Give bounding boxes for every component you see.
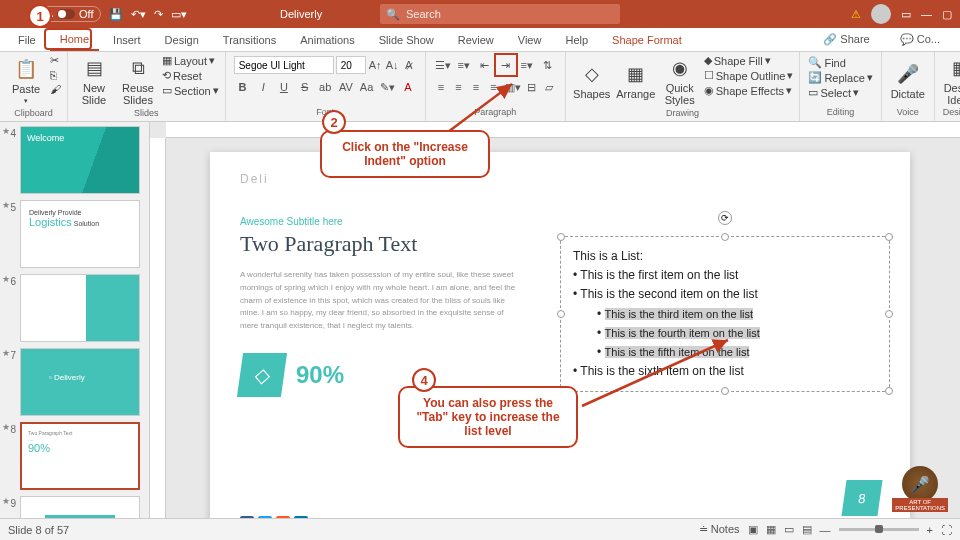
align-right-button[interactable]: ≡ (469, 78, 484, 96)
increase-font-icon[interactable]: A↑ (368, 56, 383, 74)
align-center-button[interactable]: ≡ (451, 78, 466, 96)
italic-button[interactable]: I (254, 78, 272, 96)
slide-thumbnails-panel[interactable]: 4★Welcome 5★Deliverly ProvideLogistics S… (0, 122, 150, 518)
notes-button[interactable]: ≐ Notes (699, 523, 740, 536)
text-direction-button[interactable]: ⇅ (539, 56, 557, 74)
search-box[interactable]: 🔍 Search (380, 4, 620, 24)
view-reading-icon[interactable]: ▭ (784, 523, 794, 536)
list-item[interactable]: This is the sixth item on the list (573, 362, 877, 381)
share-button[interactable]: 🔗 Share (813, 29, 879, 50)
tab-file[interactable]: File (8, 30, 46, 50)
shape-fill-button[interactable]: ◆ Shape Fill▾ (704, 54, 794, 67)
paste-button[interactable]: 📋Paste▾ (6, 54, 46, 108)
quick-styles-button[interactable]: ◉Quick Styles (660, 54, 700, 108)
tab-shape-format[interactable]: Shape Format (602, 30, 692, 50)
reuse-slides-button[interactable]: ⧉Reuse Slides (118, 54, 158, 108)
group-paragraph: ☰▾ ≡▾ ⇤ ⇥ ≡▾ ⇅ ≡ ≡ ≡ ≡ ▥▾ ⊟ ▱ Paragraph (426, 52, 566, 121)
format-painter-icon[interactable]: 🖌 (50, 83, 61, 95)
align-text-button[interactable]: ⊟ (525, 78, 540, 96)
underline-button[interactable]: U (275, 78, 293, 96)
thumb-5[interactable]: Deliverly ProvideLogistics Solution (20, 200, 140, 268)
increase-indent-button[interactable]: ⇥ (497, 56, 515, 74)
smartart-button[interactable]: ▱ (542, 78, 557, 96)
undo-icon[interactable]: ↶▾ (131, 8, 146, 21)
ribbon-options-icon[interactable]: ▭ (901, 8, 911, 21)
clear-format-icon[interactable]: A̷ (402, 56, 417, 74)
tab-help[interactable]: Help (555, 30, 598, 50)
shapes-button[interactable]: ◇Shapes (572, 54, 612, 108)
save-icon[interactable]: 💾 (109, 8, 123, 21)
numbering-button[interactable]: ≡▾ (455, 56, 473, 74)
font-name-input[interactable] (234, 56, 334, 74)
thumb-4[interactable]: Welcome (20, 126, 140, 194)
user-avatar[interactable] (871, 4, 891, 24)
annotation-badge-2: 2 (322, 110, 346, 134)
slide-canvas[interactable]: Deli Awesome Subtitle here Two Paragraph… (150, 122, 960, 518)
shadow-button[interactable]: ab (316, 78, 334, 96)
highlight-button[interactable]: ✎▾ (378, 78, 396, 96)
shape-effects-button[interactable]: ◉ Shape Effects▾ (704, 84, 794, 97)
dictate-button[interactable]: 🎤Dictate (888, 54, 928, 107)
bold-button[interactable]: B (234, 78, 252, 96)
tab-design[interactable]: Design (155, 30, 209, 50)
thumb-8[interactable]: Two Paragraph Text....90% (20, 422, 140, 490)
thumb-6[interactable] (20, 274, 140, 342)
list-text-box[interactable]: ⟳ This is a List: This is the first item… (560, 236, 890, 392)
columns-button[interactable]: ▥▾ (504, 78, 522, 96)
tab-view[interactable]: View (508, 30, 552, 50)
design-ideas-button[interactable]: ▦Design Ideas (941, 54, 960, 107)
tab-transitions[interactable]: Transitions (213, 30, 286, 50)
decrease-font-icon[interactable]: A↓ (385, 56, 400, 74)
thumb-9[interactable] (20, 496, 140, 518)
warning-icon[interactable]: ⚠ (851, 8, 861, 21)
close-icon[interactable]: ▢ (942, 8, 952, 21)
list-item[interactable]: This is the first item on the list (573, 266, 877, 285)
tab-home[interactable]: Home (50, 29, 99, 51)
cut-icon[interactable]: ✂ (50, 54, 61, 67)
new-slide-button[interactable]: ▤New Slide (74, 54, 114, 108)
ruler-vertical (150, 138, 166, 518)
group-editing: 🔍 Find 🔄 Replace▾ ▭ Select▾ Editing (800, 52, 881, 121)
comments-button[interactable]: 💬 Co... (890, 29, 950, 50)
zoom-slider[interactable] (839, 528, 919, 531)
view-slideshow-icon[interactable]: ▤ (802, 523, 812, 536)
fit-icon[interactable]: ⛶ (941, 524, 952, 536)
font-color-button[interactable]: A (399, 78, 417, 96)
list-item[interactable]: This is the fifth item on the list (573, 343, 877, 362)
line-spacing-button[interactable]: ≡▾ (518, 56, 536, 74)
layout-button[interactable]: ▦ Layout▾ (162, 54, 219, 67)
tab-review[interactable]: Review (448, 30, 504, 50)
strike-button[interactable]: S (296, 78, 314, 96)
slideshow-icon[interactable]: ▭▾ (171, 8, 187, 21)
group-designer: ▦Design Ideas Designer (935, 52, 960, 121)
font-size-input[interactable] (336, 56, 366, 74)
thumb-7[interactable]: ▫ Deliverly (20, 348, 140, 416)
tab-slideshow[interactable]: Slide Show (369, 30, 444, 50)
minimize-icon[interactable]: — (921, 8, 932, 20)
case-button[interactable]: Aa (358, 78, 376, 96)
justify-button[interactable]: ≡ (486, 78, 501, 96)
arrange-button[interactable]: ▦Arrange (616, 54, 656, 108)
section-button[interactable]: ▭ Section▾ (162, 84, 219, 97)
slide[interactable]: Deli Awesome Subtitle here Two Paragraph… (210, 152, 910, 518)
bullets-button[interactable]: ☰▾ (434, 56, 452, 74)
shape-outline-button[interactable]: ☐ Shape Outline▾ (704, 69, 794, 82)
tab-animations[interactable]: Animations (290, 30, 364, 50)
select-button[interactable]: ▭ Select▾ (808, 86, 872, 99)
list-item[interactable]: This is the second item on the list (573, 285, 877, 304)
view-sorter-icon[interactable]: ▦ (766, 523, 776, 536)
align-left-button[interactable]: ≡ (434, 78, 449, 96)
list-item[interactable]: This is the fourth item on the list (573, 324, 877, 343)
copy-icon[interactable]: ⎘ (50, 69, 61, 81)
replace-button[interactable]: 🔄 Replace▾ (808, 71, 872, 84)
list-header[interactable]: This is a List: (573, 247, 877, 266)
view-normal-icon[interactable]: ▣ (748, 523, 758, 536)
list-item[interactable]: This is the third item on the list (573, 305, 877, 324)
spacing-button[interactable]: AV (337, 78, 355, 96)
tab-insert[interactable]: Insert (103, 30, 151, 50)
decrease-indent-button[interactable]: ⇤ (476, 56, 494, 74)
reset-button[interactable]: ⟲ Reset (162, 69, 219, 82)
rotate-handle-icon[interactable]: ⟳ (718, 211, 732, 225)
find-button[interactable]: 🔍 Find (808, 56, 872, 69)
redo-icon[interactable]: ↷ (154, 8, 163, 21)
